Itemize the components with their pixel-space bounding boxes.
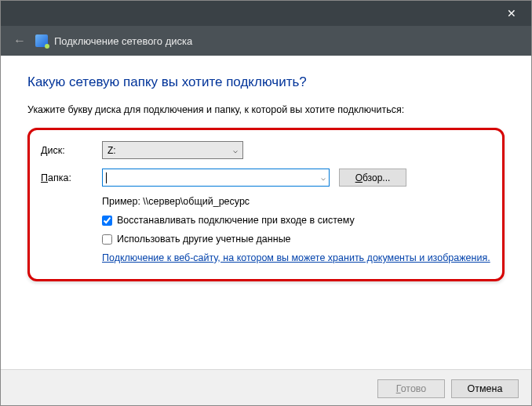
wizard-content: Какую сетевую папку вы хотите подключить… bbox=[1, 56, 531, 281]
network-drive-icon bbox=[35, 34, 48, 47]
page-instruction: Укажите букву диска для подключения и па… bbox=[27, 104, 505, 115]
folder-label: Папка: bbox=[41, 172, 102, 183]
other-credentials-label: Использовать другие учетные данные bbox=[117, 234, 291, 245]
drive-select[interactable]: Z: ⌵ bbox=[102, 141, 243, 159]
reconnect-checkbox[interactable] bbox=[102, 216, 112, 226]
form-area: Диск: Z: ⌵ Папка: ⌵ Обзор... Пример: \\с… bbox=[27, 128, 505, 281]
chevron-down-icon: ⌵ bbox=[233, 146, 238, 154]
wizard-header: ← Подключение сетевого диска bbox=[1, 26, 531, 56]
close-icon[interactable]: ✕ bbox=[495, 1, 528, 26]
back-arrow-icon[interactable]: ← bbox=[10, 31, 29, 50]
finish-button: Готово bbox=[377, 379, 445, 398]
window-titlebar: ✕ bbox=[1, 1, 531, 26]
browse-button[interactable]: Обзор... bbox=[339, 169, 406, 187]
wizard-title: Подключение сетевого диска bbox=[54, 35, 192, 47]
wizard-footer: Готово Отмена bbox=[1, 369, 531, 406]
drive-value: Z: bbox=[107, 145, 116, 156]
reconnect-label: Восстанавливать подключение при входе в … bbox=[117, 215, 355, 226]
chevron-down-icon[interactable]: ⌵ bbox=[321, 173, 326, 182]
connect-website-link[interactable]: Подключение к веб-сайту, на котором вы м… bbox=[102, 252, 490, 263]
folder-field[interactable] bbox=[107, 172, 318, 183]
drive-label: Диск: bbox=[41, 145, 102, 156]
folder-example: Пример: \\сервер\общий_ресурс bbox=[102, 196, 491, 207]
page-heading: Какую сетевую папку вы хотите подключить… bbox=[27, 74, 505, 90]
folder-input[interactable]: ⌵ bbox=[102, 169, 330, 187]
other-credentials-checkbox[interactable] bbox=[102, 234, 112, 245]
cancel-button[interactable]: Отмена bbox=[451, 379, 519, 398]
